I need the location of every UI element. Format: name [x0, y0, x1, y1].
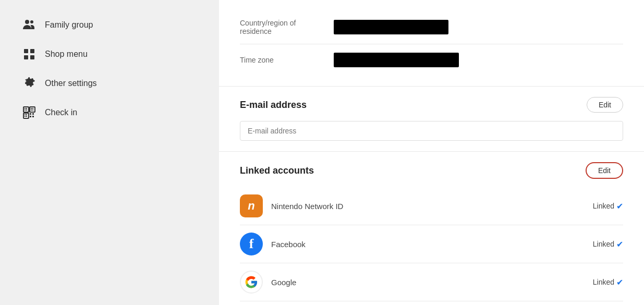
facebook-linked-item: f Facebook Linked ✔: [240, 225, 623, 263]
sidebar-item-shop-menu-label: Shop menu: [45, 50, 88, 59]
google-service-name: Google: [271, 278, 593, 287]
svg-rect-3: [30, 49, 34, 53]
svg-rect-24: [32, 113, 34, 115]
other-settings-icon: [21, 75, 38, 92]
svg-rect-5: [30, 55, 34, 59]
svg-point-0: [25, 20, 29, 24]
email-section-header: E-mail address Edit: [240, 97, 623, 113]
google-check-icon: ✔: [616, 277, 623, 287]
country-field-row: Country/region ofresidence: [240, 10, 623, 44]
sidebar-item-check-in-label: Check in: [45, 108, 77, 117]
timezone-field-row: Time zone: [240, 44, 623, 76]
email-edit-button[interactable]: Edit: [587, 97, 623, 113]
sidebar-item-other-settings[interactable]: Other settings: [16, 69, 203, 98]
svg-point-1: [30, 20, 33, 23]
svg-rect-22: [26, 116, 27, 117]
google-status: Linked ✔: [593, 277, 623, 287]
profile-fields-section: Country/region ofresidence Time zone: [219, 0, 644, 87]
facebook-icon: f: [240, 233, 263, 255]
svg-rect-2: [24, 49, 28, 53]
nintendo-service-name: Nintendo Network ID: [271, 202, 593, 211]
svg-rect-14: [31, 108, 32, 109]
linked-accounts-edit-button[interactable]: Edit: [586, 162, 623, 179]
family-group-icon: [21, 17, 38, 33]
nintendo-status: Linked ✔: [593, 201, 623, 211]
nintendo-check-icon: ✔: [616, 201, 623, 211]
sidebar-item-family-group[interactable]: Family group: [16, 10, 203, 40]
svg-rect-23: [30, 113, 31, 115]
linked-accounts-header: Linked accounts Edit: [240, 162, 623, 179]
sidebar-item-family-group-label: Family group: [45, 20, 93, 30]
sidebar-item-shop-menu[interactable]: Shop menu: [16, 40, 203, 69]
sidebar-item-check-in[interactable]: Check in: [16, 98, 203, 127]
svg-rect-11: [25, 109, 26, 111]
svg-rect-16: [31, 109, 32, 111]
email-section: E-mail address Edit: [219, 87, 644, 152]
svg-rect-26: [32, 116, 34, 117]
svg-rect-12: [26, 109, 27, 111]
twitter-linked-item: Twitter Not linked: [240, 301, 623, 305]
svg-rect-4: [24, 55, 28, 59]
country-value: [334, 20, 448, 34]
google-linked-item: Google Linked ✔: [240, 263, 623, 301]
svg-rect-9: [25, 108, 26, 109]
svg-rect-19: [25, 114, 26, 115]
timezone-value: [334, 53, 459, 67]
country-label: Country/region ofresidence: [240, 19, 334, 35]
shop-menu-icon: [21, 46, 38, 63]
email-section-title: E-mail address: [240, 100, 307, 111]
timezone-label: Time zone: [240, 56, 334, 64]
check-in-icon: [21, 104, 38, 121]
google-icon: [240, 271, 263, 294]
svg-rect-15: [32, 108, 33, 109]
svg-rect-20: [26, 114, 27, 115]
svg-rect-21: [25, 116, 26, 117]
main-content: Country/region ofresidence Time zone E-m…: [219, 0, 644, 305]
svg-rect-10: [26, 108, 27, 109]
nintendo-icon: n: [240, 194, 263, 217]
email-input[interactable]: [240, 121, 623, 141]
sidebar: Family group Shop menu Other settings: [0, 0, 219, 305]
linked-accounts-section: Linked accounts Edit n Nintendo Network …: [219, 152, 644, 305]
svg-rect-17: [32, 109, 33, 111]
nintendo-linked-item: n Nintendo Network ID Linked ✔: [240, 187, 623, 225]
facebook-check-icon: ✔: [616, 239, 623, 249]
svg-rect-25: [30, 116, 31, 117]
facebook-status: Linked ✔: [593, 239, 623, 249]
facebook-service-name: Facebook: [271, 240, 593, 249]
sidebar-item-other-settings-label: Other settings: [45, 79, 97, 88]
linked-accounts-title: Linked accounts: [240, 165, 314, 176]
